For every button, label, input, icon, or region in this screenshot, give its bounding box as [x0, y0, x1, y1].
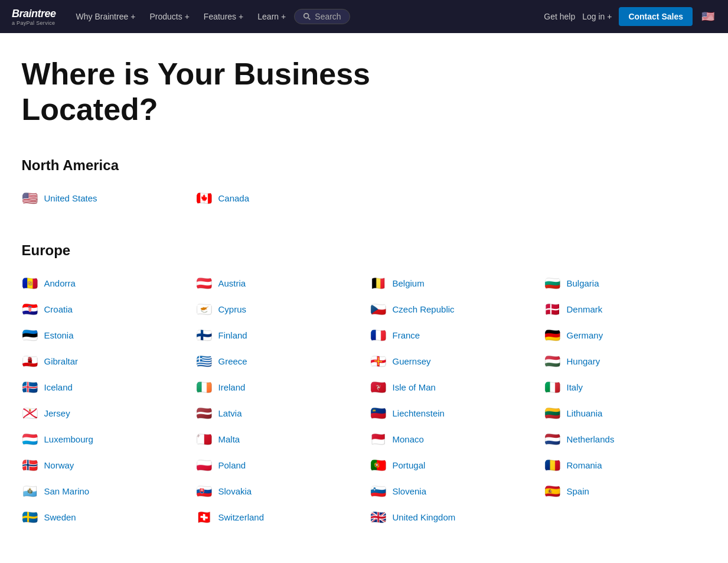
braintree-logo[interactable]: Braintree a PayPal Service	[12, 8, 56, 26]
list-item[interactable]: 🇱🇮 Liechtenstein	[370, 405, 533, 422]
list-item[interactable]: 🇧🇬 Bulgaria	[544, 275, 707, 292]
country-name: Luxembourg	[44, 434, 93, 444]
list-item[interactable]: 🇬🇬 Guernsey	[370, 353, 533, 370]
country-name: France	[393, 330, 420, 340]
list-item[interactable]: 🇫🇷 France	[370, 327, 533, 344]
flag-icon: 🇫🇮	[196, 327, 213, 344]
list-item[interactable]: 🇳🇴 Norway	[22, 457, 184, 474]
list-item[interactable]: 🇨🇿 Czech Republic	[370, 301, 533, 318]
list-item[interactable]: 🇯🇪 Jersey	[22, 405, 184, 422]
list-item[interactable]: 🇨🇭 Switzerland	[196, 509, 358, 526]
flag-icon: 🇱🇺	[22, 431, 38, 448]
country-name: Cyprus	[218, 304, 247, 314]
list-item[interactable]: 🇬🇮 Gibraltar	[22, 353, 184, 370]
country-name: Portugal	[393, 460, 426, 470]
flag-icon: 🇧🇬	[544, 275, 561, 292]
list-item[interactable]: 🇧🇪 Belgium	[370, 275, 533, 292]
list-item[interactable]: 🇵🇱 Poland	[196, 457, 358, 474]
country-name: San Marino	[44, 486, 90, 496]
list-item[interactable]: 🇳🇱 Netherlands	[544, 431, 707, 448]
logo-main-text: Braintree	[12, 8, 56, 20]
list-item[interactable]: 🇨🇦 Canada	[196, 190, 358, 207]
search-label: Search	[315, 12, 341, 21]
list-item[interactable]: 🇸🇪 Sweden	[22, 509, 184, 526]
flag-icon: 🇮🇪	[196, 379, 213, 396]
list-item[interactable]: 🇸🇲 San Marino	[22, 483, 184, 500]
chevron-down-icon: +	[130, 12, 135, 21]
search-box[interactable]: Search	[294, 9, 350, 24]
list-item[interactable]: 🇱🇺 Luxembourg	[22, 431, 184, 448]
flag-icon: 🇨🇾	[196, 301, 213, 318]
list-item[interactable]: 🇭🇺 Hungary	[544, 353, 707, 370]
country-name: Guernsey	[393, 356, 431, 366]
flag-icon: 🇳🇴	[22, 457, 38, 474]
country-name: Hungary	[567, 356, 600, 366]
list-item[interactable]: 🇬🇷 Greece	[196, 353, 358, 370]
country-name: Jersey	[44, 408, 70, 418]
flag-icon: 🇵🇹	[370, 457, 387, 474]
list-item[interactable]: 🇦🇹 Austria	[196, 275, 358, 292]
list-item[interactable]: 🇩🇰 Denmark	[544, 301, 707, 318]
flag-icon: 🇩🇪	[544, 327, 561, 344]
list-item[interactable]: 🇱🇻 Latvia	[196, 405, 358, 422]
flag-icon: 🇱🇮	[370, 405, 387, 422]
list-item[interactable]: 🇵🇹 Portugal	[370, 457, 533, 474]
nav-menu: Why Braintree + Products + Features + Le…	[70, 8, 544, 25]
flag-icon: 🇲🇨	[370, 431, 387, 448]
flag-icon: 🇮🇸	[22, 379, 38, 396]
nav-item-products[interactable]: Products +	[143, 8, 195, 25]
list-item[interactable]: 🇱🇹 Lithuania	[544, 405, 707, 422]
list-item[interactable]: 🇦🇩 Andorra	[22, 275, 184, 292]
list-item[interactable]: 🇮🇹 Italy	[544, 379, 707, 396]
country-name: Austria	[218, 278, 246, 288]
list-item[interactable]: 🇲🇨 Monaco	[370, 431, 533, 448]
get-help-link[interactable]: Get help	[544, 12, 575, 21]
nav-item-why-braintree[interactable]: Why Braintree +	[70, 8, 142, 25]
country-name: Malta	[218, 434, 240, 444]
flag-icon: 🇨🇿	[370, 301, 387, 318]
country-name: Iceland	[44, 382, 73, 392]
main-content: Where is Your Business Located? North Am…	[10, 33, 719, 563]
chevron-down-icon: +	[239, 12, 243, 21]
list-item[interactable]: 🇩🇪 Germany	[544, 327, 707, 344]
contact-sales-button[interactable]: Contact Sales	[619, 7, 693, 26]
logo-sub-text: a PayPal Service	[12, 20, 56, 26]
flag-icon: 🇫🇷	[370, 327, 387, 344]
list-item[interactable]: 🇺🇸 United States	[22, 190, 184, 207]
flag-icon: 🇸🇪	[22, 509, 38, 526]
nav-item-features[interactable]: Features +	[198, 8, 249, 25]
list-item[interactable]: 🇨🇾 Cyprus	[196, 301, 358, 318]
list-item[interactable]: 🇪🇸 Spain	[544, 483, 707, 500]
flag-icon: 🇪🇸	[544, 483, 561, 500]
chevron-down-icon: +	[185, 12, 190, 21]
country-name: Greece	[218, 356, 247, 366]
flag-icon: 🇸🇰	[196, 483, 213, 500]
country-name: Belgium	[393, 278, 425, 288]
list-item[interactable]: 🇮🇪 Ireland	[196, 379, 358, 396]
country-name: Latvia	[218, 408, 242, 418]
flag-icon: 🇱🇹	[544, 405, 561, 422]
chevron-down-icon: +	[281, 12, 286, 21]
locale-flag[interactable]: 🇺🇸	[700, 8, 716, 25]
list-item[interactable]: 🇷🇴 Romania	[544, 457, 707, 474]
list-item[interactable]: 🇬🇧 United Kingdom	[370, 509, 533, 526]
login-link[interactable]: Log in +	[582, 12, 612, 21]
flag-icon: 🇬🇬	[370, 353, 387, 370]
list-item[interactable]: 🇸🇮 Slovenia	[370, 483, 533, 500]
nav-item-learn[interactable]: Learn +	[252, 8, 292, 25]
list-item[interactable]: 🇭🇷 Croatia	[22, 301, 184, 318]
list-item[interactable]: 🇮🇲 Isle of Man	[370, 379, 533, 396]
north-america-grid: 🇺🇸 United States 🇨🇦 Canada	[22, 190, 707, 207]
country-name: Ireland	[218, 382, 246, 392]
list-item[interactable]: 🇸🇰 Slovakia	[196, 483, 358, 500]
search-icon	[303, 12, 311, 21]
flag-icon: 🇪🇪	[22, 327, 38, 344]
list-item[interactable]: 🇫🇮 Finland	[196, 327, 358, 344]
country-name: Slovenia	[393, 486, 427, 496]
country-name: Switzerland	[218, 512, 265, 522]
country-name: Romania	[567, 460, 602, 470]
list-item[interactable]: 🇮🇸 Iceland	[22, 379, 184, 396]
navbar: Braintree a PayPal Service Why Braintree…	[0, 0, 728, 33]
list-item[interactable]: 🇲🇹 Malta	[196, 431, 358, 448]
list-item[interactable]: 🇪🇪 Estonia	[22, 327, 184, 344]
